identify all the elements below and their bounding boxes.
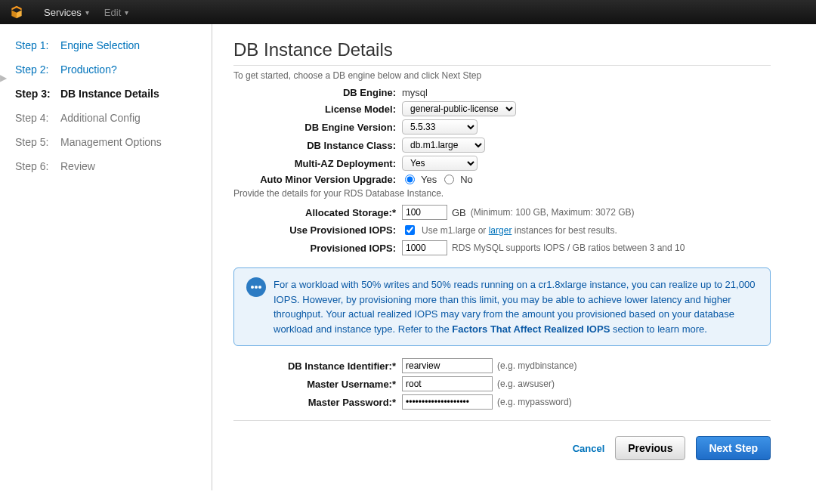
collapse-handle-icon[interactable]: ▶	[0, 73, 7, 83]
svg-point-0	[251, 286, 254, 289]
step-title: Additional Config	[60, 112, 141, 124]
edit-label: Edit	[104, 7, 121, 18]
autominor-no-radio[interactable]	[444, 175, 454, 184]
divider	[233, 420, 771, 421]
services-label: Services	[44, 7, 82, 18]
username-hint: (e.g. awsuser)	[497, 379, 555, 389]
step-number: Step 2:	[15, 63, 60, 76]
iops-input[interactable]	[402, 240, 447, 255]
license-label: License Model:	[233, 104, 402, 115]
storage-hint: (Minimum: 100 GB, Maximum: 3072 GB)	[471, 207, 635, 218]
username-label: Master Username:*	[233, 379, 402, 390]
multiaz-label: Multi-AZ Deployment:	[233, 158, 402, 169]
class-select[interactable]: db.m1.large	[402, 138, 485, 153]
class-label: DB Instance Class:	[233, 140, 402, 151]
iops-label: Provisioned IOPS:	[233, 243, 402, 254]
autominor-yes-radio[interactable]	[405, 175, 415, 184]
subtitle: To get started, choose a DB engine below…	[233, 70, 771, 81]
cancel-link[interactable]: Cancel	[573, 443, 605, 454]
identifier-input[interactable]	[402, 358, 493, 373]
useiops-hint: Use m1.large or larger instances for bes…	[422, 225, 617, 236]
main-panel: DB Instance Details To get started, choo…	[212, 24, 816, 490]
step-4[interactable]: Step 4:Additional Config	[15, 112, 204, 124]
license-select[interactable]: general-public-license	[402, 101, 516, 116]
version-label: DB Engine Version:	[233, 122, 402, 133]
yes-label: Yes	[421, 174, 437, 185]
autominor-radios: Yes No	[402, 174, 473, 185]
step-1[interactable]: Step 1:Engine Selection	[15, 39, 204, 51]
engine-value: mysql	[402, 87, 428, 98]
multiaz-select[interactable]: Yes	[402, 156, 478, 171]
step-number: Step 5:	[15, 136, 60, 148]
gb-label: GB	[452, 207, 466, 218]
aws-logo-icon	[9, 5, 24, 20]
larger-link[interactable]: larger	[489, 225, 512, 236]
footer-buttons: Cancel Previous Next Step	[233, 436, 771, 460]
iops-info-box: For a workload with 50% writes and 50% r…	[233, 267, 771, 346]
step-title: Production?	[60, 63, 117, 76]
top-nav: Services ▾ Edit ▾	[0, 0, 816, 24]
page-title: DB Instance Details	[233, 39, 771, 60]
identifier-label: DB Instance Identifier:*	[233, 360, 402, 372]
chevron-down-icon: ▾	[85, 8, 89, 17]
step-6[interactable]: Step 6:Review	[15, 160, 204, 172]
info-text: For a workload with 50% writes and 50% r…	[274, 277, 758, 336]
step-3: Step 3:DB Instance Details	[15, 88, 204, 100]
step-title: Management Options	[60, 136, 162, 148]
step-title: Engine Selection	[60, 39, 140, 51]
username-input[interactable]	[402, 376, 493, 391]
step-2[interactable]: Step 2:Production?	[15, 63, 204, 76]
useiops-label: Use Provisioned IOPS:	[233, 224, 402, 236]
divider	[233, 65, 771, 66]
useiops-checkbox[interactable]	[405, 225, 415, 235]
no-label: No	[460, 174, 473, 185]
next-step-button[interactable]: Next Step	[696, 436, 771, 460]
step-number: Step 4:	[15, 112, 60, 124]
storage-label: Allocated Storage:*	[233, 207, 402, 218]
storage-input[interactable]	[402, 205, 447, 220]
autominor-label: Auto Minor Version Upgrade:	[233, 174, 402, 185]
info-icon	[246, 277, 266, 297]
password-label: Master Password:*	[233, 397, 402, 408]
iops-hint: RDS MySQL supports IOPS / GB ratios betw…	[452, 243, 685, 253]
password-input[interactable]	[402, 394, 493, 410]
edit-menu[interactable]: Edit ▾	[97, 7, 136, 18]
previous-button[interactable]: Previous	[615, 436, 685, 460]
identifier-hint: (e.g. mydbinstance)	[497, 360, 576, 371]
version-select[interactable]: 5.5.33	[402, 119, 478, 135]
steps-sidebar: ▶ Step 1:Engine SelectionStep 2:Producti…	[0, 24, 212, 490]
step-number: Step 1:	[15, 39, 60, 51]
step-number: Step 3:	[15, 88, 60, 100]
engine-label: DB Engine:	[233, 87, 402, 98]
password-hint: (e.g. mypassword)	[497, 397, 572, 407]
step-title: Review	[60, 160, 95, 172]
step-5[interactable]: Step 5:Management Options	[15, 136, 204, 148]
step-number: Step 6:	[15, 160, 60, 172]
step-title: DB Instance Details	[60, 88, 159, 100]
factors-link[interactable]: Factors That Affect Realized IOPS	[452, 323, 610, 335]
svg-point-1	[255, 286, 258, 289]
midtext: Provide the details for your RDS Databas…	[233, 188, 771, 199]
services-menu[interactable]: Services ▾	[36, 7, 97, 18]
chevron-down-icon: ▾	[125, 8, 128, 17]
svg-point-2	[258, 286, 261, 289]
